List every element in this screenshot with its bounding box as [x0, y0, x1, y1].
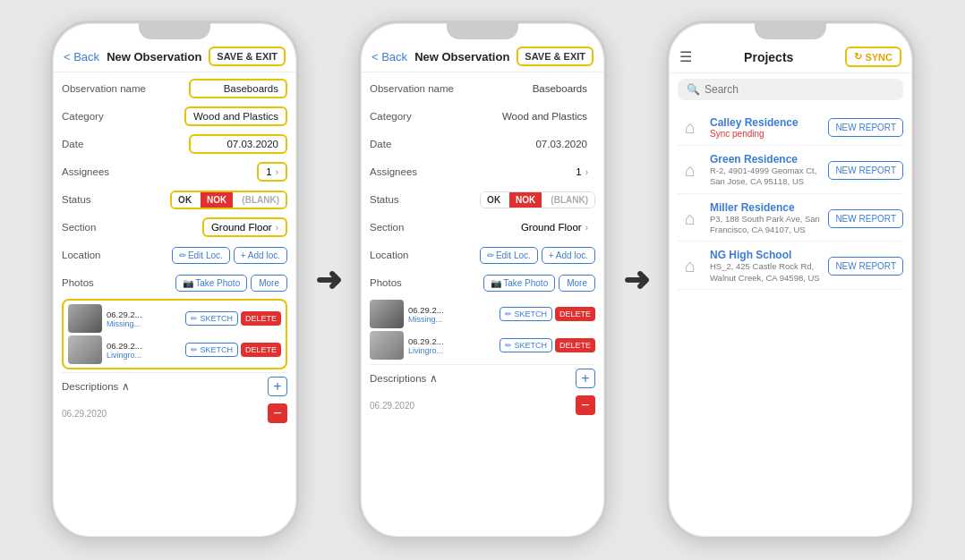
edit-loc-label-1: Edit Loc.: [188, 250, 223, 260]
section-label-1: Section: [62, 222, 124, 233]
search-bar[interactable]: 🔍: [678, 79, 903, 100]
back-button-2[interactable]: < Back: [371, 50, 407, 64]
take-photo-button-1[interactable]: 📷 Take Photo: [175, 275, 247, 292]
phone-2-header: < Back New Observation SAVE & EXIT: [361, 39, 604, 72]
take-photo-button-2[interactable]: 📷 Take Photo: [483, 275, 555, 292]
photo-thumb-2: [68, 335, 102, 364]
photo-1-label: Missing...: [107, 319, 181, 328]
category-value-1[interactable]: Wood and Plastics: [184, 106, 287, 126]
delete-btn-1a[interactable]: DELETE: [241, 311, 281, 326]
sync-button[interactable]: ↻ SYNC: [845, 47, 901, 67]
project-info-ng: NG High School HS_2, 425 Castle Rock Rd,…: [710, 249, 821, 284]
obs-name-row-1: Observation name Baseboards: [62, 76, 287, 101]
new-report-button-ng[interactable]: NEW REPORT: [828, 257, 903, 276]
edit-loc-button-2[interactable]: ✏ Edit Loc.: [480, 247, 538, 264]
more-button-1[interactable]: More: [251, 275, 287, 292]
add-description-button-1[interactable]: +: [268, 377, 287, 396]
assignees-value-2: 1 ›: [568, 164, 595, 180]
save-exit-button-2[interactable]: SAVE & EXIT: [517, 47, 594, 66]
sketch-btn-2b[interactable]: ✏ SKETCH: [500, 338, 552, 352]
status-nok-btn-2[interactable]: NOK: [509, 192, 542, 208]
project-name-miller[interactable]: Miller Residence: [710, 201, 821, 214]
assignees-row-2: Assignees 1 ›: [370, 159, 595, 184]
phone-1-header: < Back New Observation SAVE & EXIT: [53, 39, 296, 72]
status-blank-btn-1[interactable]: (BLANK): [235, 192, 286, 208]
project-list: ⌂ Calley Residence Sync pending NEW REPO…: [669, 106, 912, 537]
project-info-green: Green Residence R-2, 4901-4999 Geomax Ct…: [710, 153, 821, 188]
more-button-2[interactable]: More: [559, 275, 595, 292]
new-observation-title-1: New Observation: [107, 50, 201, 64]
sketch-btn-1a[interactable]: ✏ SKETCH: [185, 311, 238, 326]
remove-button-2[interactable]: −: [576, 395, 595, 415]
status-row-1: Status OK NOK (BLANK): [62, 187, 287, 212]
camera-icon-1: 📷: [183, 278, 193, 288]
obs-name-label-2: Observation name: [370, 83, 454, 94]
status-blank-btn-2[interactable]: (BLANK): [544, 192, 594, 208]
projects-header: ☰ Projects ↻ SYNC: [669, 39, 912, 73]
delete-btn-2b[interactable]: DELETE: [555, 338, 595, 352]
project-name-calley[interactable]: Calley Residence: [710, 116, 821, 129]
phone-2-form: Observation name Baseboards Category Woo…: [361, 72, 604, 537]
bottom-row-2: 06.29.2020 −: [370, 393, 595, 418]
location-group-1: ✏ Edit Loc. + Add loc.: [172, 247, 287, 264]
pencil-icon-1: ✏: [179, 250, 186, 260]
arrow-1: ➜: [315, 261, 342, 299]
remove-button-1[interactable]: −: [268, 403, 287, 423]
photo-thumb-1: [68, 304, 102, 333]
back-button-1[interactable]: < Back: [64, 50, 99, 64]
sync-icon: ↻: [854, 51, 862, 63]
photo-item-2: 06.29.2... Livingro... ✏ SKETCH DELETE: [68, 335, 281, 364]
obs-name-value-1[interactable]: Baseboards: [189, 79, 287, 98]
new-report-button-miller[interactable]: NEW REPORT: [828, 209, 903, 228]
section-chevron-1: ›: [276, 223, 278, 233]
photos-group-2: 📷 Take Photo More: [483, 275, 595, 292]
section-value-1[interactable]: Ground Floor ›: [202, 217, 287, 237]
project-item-miller: ⌂ Miller Residence P3, 188 South Park Av…: [678, 196, 903, 242]
date-row-1: Date 07.03.2020: [62, 132, 287, 157]
add-loc-button-2[interactable]: + Add loc.: [542, 247, 595, 264]
phone-1-form: Observation name Baseboards Category Woo…: [53, 72, 296, 537]
date-bottom-2: 06.29.2020: [370, 399, 414, 412]
category-row-2: Category Wood and Plastics: [370, 104, 595, 129]
edit-loc-button-1[interactable]: ✏ Edit Loc.: [172, 247, 230, 264]
section-text-2: Ground Floor: [521, 222, 582, 233]
add-description-button-2[interactable]: +: [576, 369, 595, 388]
photo-item-2a: 06.29.2... Missing... ✏ SKETCH DELETE: [370, 300, 595, 328]
add-loc-button-1[interactable]: + Add loc.: [234, 247, 287, 264]
camera-icon-2: 📷: [491, 278, 501, 288]
project-name-green[interactable]: Green Residence: [710, 153, 821, 165]
status-ok-btn-2[interactable]: OK: [481, 192, 507, 208]
photo-item-1: 06.29.2... Missing... ✏ SKETCH DELETE: [68, 304, 281, 333]
delete-btn-1b[interactable]: DELETE: [241, 343, 281, 357]
search-input[interactable]: [705, 83, 894, 96]
sketch-label-1a: SKETCH: [200, 314, 233, 323]
new-report-button-green[interactable]: NEW REPORT: [828, 161, 903, 180]
project-addr-green: R-2, 4901-4999 Geomax Ct, San Jose, CA 9…: [710, 165, 821, 188]
photos-row-2: Photos 📷 Take Photo More: [370, 270, 595, 295]
project-name-ng[interactable]: NG High School: [710, 249, 821, 261]
descriptions-text-2: Descriptions: [370, 373, 426, 384]
obs-name-value-2: Baseboards: [497, 80, 595, 98]
status-nok-btn-1[interactable]: NOK: [201, 192, 233, 208]
status-group-2: OK NOK (BLANK): [480, 191, 595, 208]
date-value-1[interactable]: 07.03.2020: [189, 134, 287, 154]
scene: < Back New Observation SAVE & EXIT Obser…: [41, 12, 924, 548]
status-ok-btn-1[interactable]: OK: [172, 192, 198, 208]
sketch-btn-1b[interactable]: ✏ SKETCH: [185, 343, 238, 357]
assignees-value-1[interactable]: 1 ›: [257, 162, 287, 182]
project-item-calley: ⌂ Calley Residence Sync pending NEW REPO…: [678, 109, 903, 146]
descriptions-text-1: Descriptions: [62, 381, 118, 392]
delete-btn-2a[interactable]: DELETE: [555, 307, 595, 321]
photo-items-block-1: 06.29.2... Missing... ✏ SKETCH DELETE: [62, 299, 287, 369]
location-row-1: Location ✏ Edit Loc. + Add loc.: [62, 242, 287, 267]
save-exit-button-1[interactable]: SAVE & EXIT: [209, 47, 286, 66]
phone-notch-1: [139, 23, 210, 39]
hamburger-icon[interactable]: ☰: [679, 48, 692, 65]
sketch-btn-2a[interactable]: ✏ SKETCH: [500, 307, 552, 321]
category-label-1: Category: [62, 111, 124, 122]
pencil-icon-2: ✏: [487, 250, 494, 260]
take-photo-label-2: Take Photo: [503, 278, 548, 288]
photo-1-date: 06.29.2...: [107, 310, 181, 319]
new-report-button-calley[interactable]: NEW REPORT: [828, 118, 903, 137]
house-icon-calley: ⌂: [678, 115, 703, 140]
